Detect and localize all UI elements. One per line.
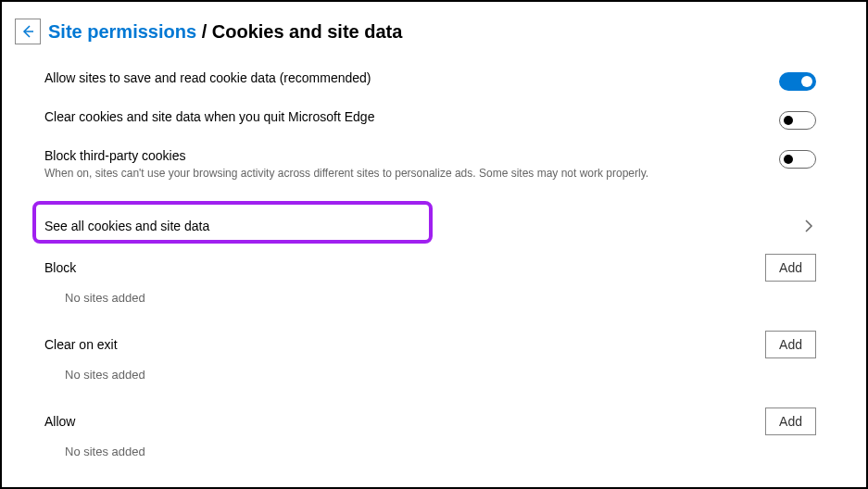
clear-on-exit-title: Clear on exit (44, 337, 118, 352)
setting-label: Allow sites to save and read cookie data… (44, 70, 779, 85)
back-button[interactable] (15, 19, 41, 44)
toggle-allow-cookies[interactable] (779, 72, 816, 91)
setting-title: Block third-party cookies (44, 148, 779, 163)
toggle-clear-on-quit[interactable] (779, 111, 816, 130)
toggle-block-third-party[interactable] (779, 150, 816, 169)
setting-title: Allow sites to save and read cookie data… (44, 70, 779, 85)
setting-label: Block third-party cookies When on, sites… (44, 148, 779, 180)
breadcrumb-separator: / (202, 21, 208, 42)
setting-block-third-party: Block third-party cookies When on, sites… (44, 148, 816, 180)
block-empty-text: No sites added (65, 291, 816, 305)
add-clear-on-exit-button[interactable]: Add (765, 331, 816, 358)
clear-on-exit-header: Clear on exit Add (44, 331, 816, 358)
block-header: Block Add (44, 254, 816, 282)
allow-empty-text: No sites added (65, 445, 816, 458)
header: Site permissions / Cookies and site data (15, 19, 849, 44)
setting-label: Clear cookies and site data when you qui… (44, 109, 779, 124)
allow-section: Allow Add No sites added (44, 408, 816, 458)
add-block-button[interactable]: Add (765, 254, 816, 282)
setting-clear-on-quit: Clear cookies and site data when you qui… (44, 109, 816, 130)
add-allow-button[interactable]: Add (765, 408, 816, 435)
arrow-left-icon (20, 24, 35, 39)
see-all-label: See all cookies and site data (44, 219, 209, 233)
setting-title: Clear cookies and site data when you qui… (44, 109, 779, 124)
breadcrumb: Site permissions / Cookies and site data (48, 21, 402, 43)
block-section: Block Add No sites added (44, 254, 816, 305)
clear-on-exit-section: Clear on exit Add No sites added (44, 331, 816, 382)
setting-description: When on, sites can't use your browsing a… (44, 167, 779, 180)
setting-allow-cookies: Allow sites to save and read cookie data… (44, 70, 816, 91)
allow-header: Allow Add (44, 408, 816, 435)
see-all-cookies-link[interactable]: See all cookies and site data (44, 215, 816, 237)
block-title: Block (44, 260, 76, 275)
content-area: Allow sites to save and read cookie data… (15, 70, 849, 458)
chevron-right-icon (801, 219, 816, 233)
allow-title: Allow (44, 414, 75, 429)
clear-on-exit-empty-text: No sites added (65, 368, 816, 382)
breadcrumb-parent-link[interactable]: Site permissions (48, 21, 196, 42)
breadcrumb-current: Cookies and site data (212, 21, 403, 42)
